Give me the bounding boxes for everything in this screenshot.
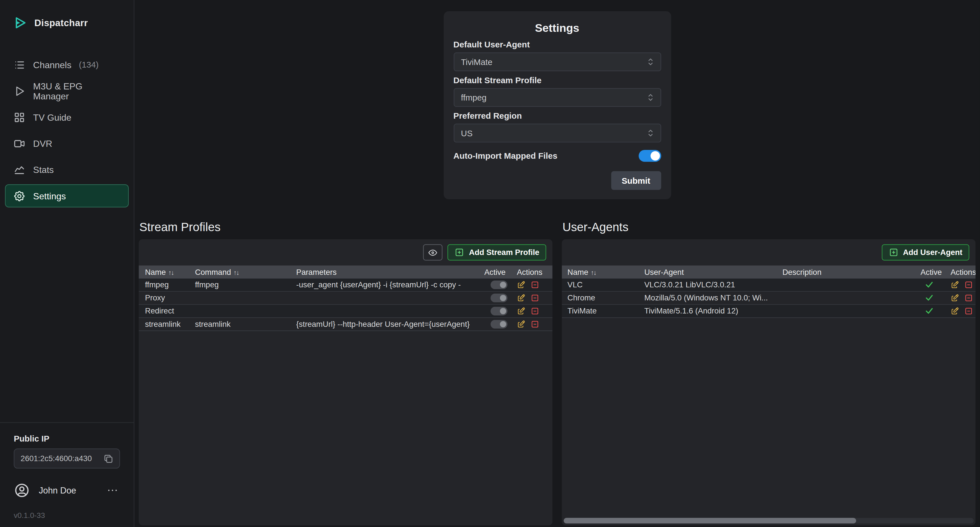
cell-parameters: -user_agent {userAgent} -i {streamUrl} -… [296, 281, 484, 289]
delete-icon[interactable] [531, 307, 539, 316]
edit-icon[interactable] [517, 307, 525, 316]
edit-icon[interactable] [950, 294, 959, 302]
delete-icon[interactable] [531, 320, 539, 329]
app-window: Dispatcharr Channels (134) M3U & EPG Man… [0, 0, 980, 527]
sidebar-item-label: Channels [33, 60, 72, 70]
add-user-agent-button[interactable]: Add User-Agent [882, 244, 969, 260]
delete-icon[interactable] [964, 307, 973, 316]
sidebar-item-label: Settings [33, 191, 66, 201]
column-header-command[interactable]: Command ↑↓ [195, 268, 296, 276]
default-stream-profile-select[interactable]: ffmpeg [453, 88, 661, 107]
channels-count: (134) [79, 60, 99, 69]
user-name: John Doe [39, 485, 97, 495]
cell-name: Redirect [145, 307, 195, 316]
cell-user-agent: Mozilla/5.0 (Windows NT 10.0; Wi... [644, 294, 782, 302]
cell-active [921, 306, 951, 316]
cell-parameters: {streamUrl} --http-header User-Agent={us… [296, 320, 484, 329]
column-header-name[interactable]: Name ↑↓ [568, 268, 644, 276]
cell-name: ffmpeg [145, 281, 195, 289]
sort-icon: ↑↓ [234, 268, 239, 276]
user-agents-panel: Add User-Agent Name ↑↓ User-Agent Descri… [562, 240, 975, 525]
table-row: streamlink streamlink {streamUrl} --http… [138, 318, 552, 331]
play-icon [13, 85, 25, 97]
cell-actions [517, 281, 552, 289]
submit-button[interactable]: Submit [611, 171, 661, 190]
app-logo: Dispatcharr [0, 0, 134, 44]
sidebar-footer: Public IP 2601:2c5:4600:a430 John Doe v0… [0, 422, 134, 527]
cell-user-agent: VLC/3.0.21 LibVLC/3.0.21 [644, 281, 782, 289]
edit-icon[interactable] [950, 307, 959, 316]
edit-icon[interactable] [517, 294, 525, 302]
delete-icon[interactable] [531, 294, 539, 302]
delete-icon[interactable] [531, 281, 539, 289]
sidebar-item-settings[interactable]: Settings [5, 184, 129, 207]
preferred-region-label: Preferred Region [453, 111, 661, 121]
submit-row: Submit [453, 171, 661, 190]
copy-ip-button[interactable] [101, 452, 115, 465]
cell-active [921, 293, 951, 303]
active-toggle[interactable] [490, 294, 508, 303]
sidebar-nav: Channels (134) M3U & EPG Manager TV Guid… [0, 44, 134, 207]
stream-profiles-section: Stream Profiles Add Stream Profile [138, 221, 552, 525]
public-ip-field: 2601:2c5:4600:a430 [14, 449, 120, 468]
sidebar-item-stats[interactable]: Stats [5, 158, 129, 181]
edit-icon[interactable] [517, 281, 525, 289]
active-toggle[interactable] [490, 320, 508, 329]
cell-actions [950, 307, 975, 316]
auto-import-label: Auto-Import Mapped Files [453, 151, 557, 160]
tables-section: Stream Profiles Add Stream Profile [134, 221, 980, 525]
cell-name: streamlink [145, 320, 195, 329]
cell-name: VLC [568, 281, 644, 289]
default-user-agent-select[interactable]: TiviMate [453, 52, 661, 71]
active-toggle[interactable] [490, 307, 508, 316]
column-header-name[interactable]: Name ↑↓ [145, 268, 195, 276]
auto-import-toggle[interactable] [638, 150, 661, 162]
stream-profiles-panel: Add Stream Profile Name ↑↓ Command ↑↓ [138, 240, 552, 525]
user-agents-section: User-Agents Add User-Agent Name ↑↓ [562, 221, 975, 525]
edit-icon[interactable] [517, 320, 525, 329]
selector-icon [645, 128, 655, 138]
sidebar-item-m3u-epg-manager[interactable]: M3U & EPG Manager [5, 79, 129, 102]
cell-name: Proxy [145, 294, 195, 302]
table-row: Redirect [138, 305, 552, 318]
avatar [14, 482, 30, 498]
delete-icon[interactable] [964, 281, 973, 289]
column-header-actions: Actions [517, 268, 552, 276]
sort-icon: ↑↓ [591, 268, 596, 276]
horizontal-scrollbar[interactable] [563, 518, 974, 524]
table-row: Chrome Mozilla/5.0 (Windows NT 10.0; Wi.… [562, 292, 975, 305]
cell-user-agent: TiviMate/5.1.6 (Android 12) [644, 307, 782, 316]
table-row: ffmpeg ffmpeg -user_agent {userAgent} -i… [138, 279, 552, 292]
user-agents-header: Name ↑↓ User-Agent Description Active [562, 265, 975, 279]
visibility-button[interactable] [423, 244, 442, 260]
preferred-region-select[interactable]: US [453, 124, 661, 143]
main-content: Settings Default User-Agent TiviMate Def… [134, 0, 980, 527]
sidebar-item-dvr[interactable]: DVR [5, 132, 129, 155]
sidebar-item-tv-guide[interactable]: TV Guide [5, 106, 129, 129]
user-agents-title: User-Agents [562, 221, 975, 234]
edit-icon[interactable] [950, 281, 959, 289]
selector-icon [645, 57, 655, 67]
list-icon [13, 59, 25, 71]
sidebar-item-channels[interactable]: Channels (134) [5, 53, 129, 76]
table-row: TiviMate TiviMate/5.1.6 (Android 12) [562, 305, 975, 318]
plus-square-icon [889, 247, 899, 257]
column-header-description: Description [782, 268, 920, 276]
user-agents-toolbar: Add User-Agent [562, 240, 975, 265]
cell-active [484, 320, 517, 329]
delete-icon[interactable] [964, 294, 973, 302]
default-user-agent-label: Default User-Agent [453, 40, 661, 49]
stream-profiles-toolbar: Add Stream Profile [138, 240, 552, 265]
app-title: Dispatcharr [34, 17, 88, 28]
column-header-active: Active [484, 268, 517, 276]
column-header-user-agent: User-Agent [644, 268, 782, 276]
default-stream-profile-label: Default Stream Profile [453, 76, 661, 85]
active-toggle[interactable] [490, 281, 508, 290]
settings-card: Settings Default User-Agent TiviMate Def… [444, 11, 671, 199]
sidebar: Dispatcharr Channels (134) M3U & EPG Man… [0, 0, 134, 527]
add-stream-profile-button[interactable]: Add Stream Profile [448, 244, 546, 260]
eye-icon [428, 247, 438, 257]
user-menu-button[interactable] [106, 484, 120, 497]
scrollbar-thumb[interactable] [563, 518, 856, 524]
dispatcharr-logo-icon [13, 15, 28, 31]
